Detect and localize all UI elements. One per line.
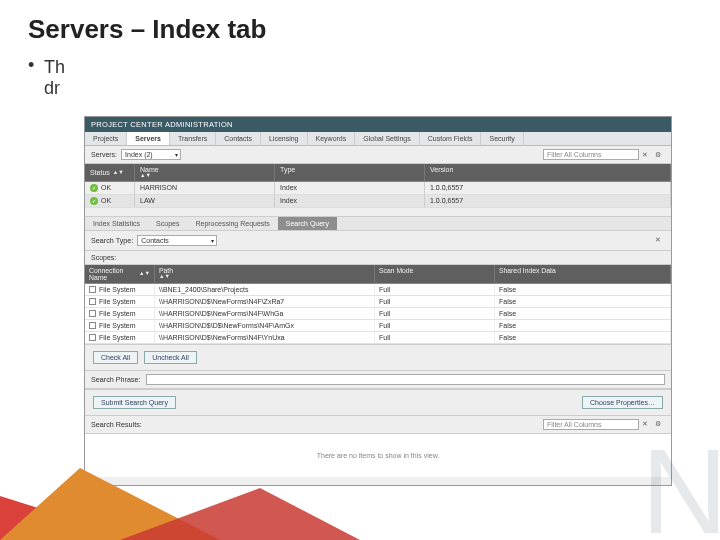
shdr-scan-mode[interactable]: Scan Mode	[375, 265, 495, 283]
search-type-row: Search Type: Contacts ✕	[85, 231, 671, 251]
scope-scan: Full	[375, 308, 495, 319]
shdr-path[interactable]: Path▲▼	[155, 265, 375, 283]
status-ok-icon: ✓	[90, 197, 98, 205]
results-filter-input[interactable]: Filter All Columns	[543, 419, 639, 430]
choose-properties-button[interactable]: Choose Properties…	[582, 396, 663, 409]
tab-licensing[interactable]: Licensing	[261, 132, 308, 145]
gear-icon[interactable]: ⚙	[655, 150, 665, 160]
searchtype-clear-icon[interactable]: ✕	[655, 235, 665, 245]
scope-cn: File System	[99, 334, 136, 341]
search-phrase-label: Search Phrase:	[91, 375, 141, 384]
check-buttons-row: Check All Uncheck All	[85, 344, 671, 371]
results-empty-message: There are no items to show in this view.	[85, 434, 671, 477]
filter-clear-icon[interactable]: ✕	[642, 150, 652, 160]
scope-shared: False	[495, 296, 671, 307]
tab-servers[interactable]: Servers	[127, 132, 170, 145]
tab-custom-fields[interactable]: Custom Fields	[420, 132, 482, 145]
hdr-name[interactable]: Name▲▼	[135, 164, 275, 181]
server-name: LAW	[135, 195, 275, 207]
results-bar: Search Results: Filter All Columns ✕ ⚙	[85, 416, 671, 434]
search-phrase-row: Search Phrase:	[85, 371, 671, 389]
scope-shared: False	[495, 332, 671, 343]
scope-path: \\HARRISON\D$\D$\NewForms\N4F\AmGx	[155, 320, 375, 331]
server-row[interactable]: ✓OK LAW Index 1.0.0,6557	[85, 195, 671, 208]
status-text: OK	[101, 184, 111, 191]
dtab-reprocessing[interactable]: Reprocessing Requests	[187, 217, 277, 230]
submit-row: Submit Search Query Choose Properties…	[85, 389, 671, 416]
tab-contacts[interactable]: Contacts	[216, 132, 261, 145]
svg-marker-2	[120, 488, 360, 540]
scope-row[interactable]: File System \\HARRISON\D$\NewForms\N4F\Z…	[85, 296, 671, 308]
scope-shared: False	[495, 308, 671, 319]
uncheck-all-button[interactable]: Uncheck All	[144, 351, 197, 364]
scope-checkbox[interactable]	[89, 322, 96, 329]
scope-row[interactable]: File System \\HARRISON\D$\NewForms\N4F\Y…	[85, 332, 671, 344]
scopes-header: Connection Name▲▼ Path▲▼ Scan Mode Share…	[85, 265, 671, 284]
servers-select-label: Servers:	[91, 151, 117, 158]
main-tabrow: Projects Servers Transfers Contacts Lice…	[85, 132, 671, 146]
servers-grid-header: Status▲▼ Name▲▼ Type Version	[85, 164, 671, 182]
app-window: PROJECT CENTER ADMINISTRATION Projects S…	[84, 116, 672, 486]
dtab-scopes[interactable]: Scopes	[148, 217, 187, 230]
scope-scan: Full	[375, 284, 495, 295]
slide-title: Servers – Index tab	[0, 0, 720, 51]
tab-projects[interactable]: Projects	[85, 132, 127, 145]
results-label: Search Results:	[91, 420, 142, 429]
hdr-version[interactable]: Version	[425, 164, 671, 181]
servers-subbar: Servers: Index (2) Filter All Columns ✕ …	[85, 146, 671, 164]
scope-shared: False	[495, 320, 671, 331]
tab-transfers[interactable]: Transfers	[170, 132, 216, 145]
scope-row[interactable]: File System \\HARRISON\D$\D$\NewForms\N4…	[85, 320, 671, 332]
servers-select[interactable]: Index (2)	[121, 149, 181, 160]
scope-scan: Full	[375, 332, 495, 343]
scope-path: \\HARRISON\D$\NewForms\N4F\ZxRa7	[155, 296, 375, 307]
search-type-select[interactable]: Contacts	[137, 235, 217, 246]
scope-cn: File System	[99, 286, 136, 293]
scope-path: \\BNE1_2400\Share\Projects	[155, 284, 375, 295]
scope-shared: False	[495, 284, 671, 295]
servers-grid: Status▲▼ Name▲▼ Type Version ✓OK HARRISO…	[85, 164, 671, 208]
scope-path: \\HARRISON\D$\NewForms\N4F\YnUxa	[155, 332, 375, 343]
scope-cn: File System	[99, 322, 136, 329]
scope-path: \\HARRISON\D$\NewForms\N4F\WhGa	[155, 308, 375, 319]
server-type: Index	[275, 195, 425, 207]
status-text: OK	[101, 197, 111, 204]
server-version: 1.0.0,6557	[425, 182, 671, 194]
server-version: 1.0.0,6557	[425, 195, 671, 207]
status-ok-icon: ✓	[90, 184, 98, 192]
svg-marker-0	[0, 496, 140, 540]
tab-global-settings[interactable]: Global Settings	[355, 132, 419, 145]
scope-scan: Full	[375, 296, 495, 307]
dtab-search-query[interactable]: Search Query	[278, 217, 337, 230]
server-row[interactable]: ✓OK HARRISON Index 1.0.0,6557	[85, 182, 671, 195]
scope-cn: File System	[99, 310, 136, 317]
server-type: Index	[275, 182, 425, 194]
bullet-1-frag-b: dr	[44, 78, 60, 98]
scope-row[interactable]: File System \\BNE1_2400\Share\Projects F…	[85, 284, 671, 296]
servers-filter-input[interactable]: Filter All Columns	[543, 149, 639, 160]
tab-security[interactable]: Security	[481, 132, 523, 145]
hdr-type[interactable]: Type	[275, 164, 425, 181]
scope-checkbox[interactable]	[89, 334, 96, 341]
scope-cn: File System	[99, 298, 136, 305]
bullet-1-frag-a: Th	[44, 57, 65, 77]
check-all-button[interactable]: Check All	[93, 351, 138, 364]
scopes-label: Scopes:	[85, 251, 671, 265]
submit-search-button[interactable]: Submit Search Query	[93, 396, 176, 409]
search-phrase-input[interactable]	[146, 374, 665, 385]
scope-row[interactable]: File System \\HARRISON\D$\NewForms\N4F\W…	[85, 308, 671, 320]
titlebar: PROJECT CENTER ADMINISTRATION	[85, 117, 671, 132]
server-name: HARRISON	[135, 182, 275, 194]
dtab-index-statistics[interactable]: Index Statistics	[85, 217, 148, 230]
search-type-label: Search Type:	[91, 236, 133, 245]
shdr-shared[interactable]: Shared Index Data	[495, 265, 671, 283]
tab-keywords[interactable]: Keywords	[308, 132, 356, 145]
hdr-status[interactable]: Status▲▼	[85, 164, 135, 181]
scope-checkbox[interactable]	[89, 298, 96, 305]
scope-checkbox[interactable]	[89, 310, 96, 317]
detail-tabrow: Index Statistics Scopes Reprocessing Req…	[85, 216, 671, 231]
shdr-connection-name[interactable]: Connection Name▲▼	[85, 265, 155, 283]
scope-checkbox[interactable]	[89, 286, 96, 293]
scopes-grid: Connection Name▲▼ Path▲▼ Scan Mode Share…	[85, 265, 671, 344]
watermark-n: N	[641, 422, 720, 540]
